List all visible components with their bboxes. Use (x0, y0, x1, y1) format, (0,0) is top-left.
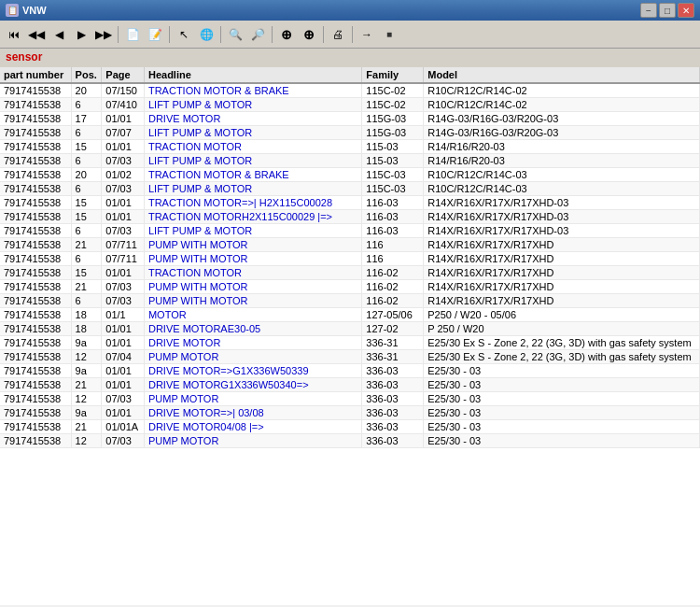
headline-link[interactable]: TRACTION MOTOR (148, 141, 242, 152)
cell-headline[interactable]: TRACTION MOTOR (144, 266, 361, 280)
table-row[interactable]: 79174155381207/04PUMP MOTOR336-31E25/30 … (0, 350, 700, 364)
cell-headline[interactable]: TRACTION MOTOR (144, 140, 361, 154)
headline-link[interactable]: DRIVE MOTORG1X336W50340=> (148, 379, 309, 390)
target1-button[interactable]: ⊕ (276, 24, 297, 45)
table-row[interactable]: 79174155381501/01TRACTION MOTOR=>| H2X11… (0, 196, 700, 210)
cell-headline[interactable]: DRIVE MOTOR=>| 03/08 (144, 406, 361, 420)
headline-link[interactable]: DRIVE MOTOR=>| 03/08 (148, 407, 264, 418)
cell-headline[interactable]: DRIVE MOTOR=>G1X336W50339 (144, 364, 361, 378)
headline-link[interactable]: TRACTION MOTOR (148, 267, 242, 278)
table-row[interactable]: 79174155381207/03PUMP MOTOR336-03E25/30 … (0, 392, 700, 406)
table-row[interactable]: 7917415538607/711PUMP WITH MOTOR116R14X/… (0, 252, 700, 266)
table-row[interactable]: 79174155381801/1MOTOR127-05/06P250 / W20… (0, 308, 700, 322)
table-row[interactable]: 79174155382007/150TRACTION MOTOR & BRAKE… (0, 83, 700, 98)
cell-headline[interactable]: DRIVE MOTOR (144, 336, 361, 350)
cell-headline[interactable]: LIFT PUMP & MOTOR (144, 98, 361, 112)
cell-headline[interactable]: LIFT PUMP & MOTOR (144, 224, 361, 238)
headline-link[interactable]: LIFT PUMP & MOTOR (148, 127, 252, 138)
table-row[interactable]: 79174155382107/711PUMP WITH MOTOR116R14X… (0, 238, 700, 252)
headline-link[interactable]: DRIVE MOTOR (148, 113, 220, 124)
headline-link[interactable]: PUMP WITH MOTOR (148, 239, 248, 250)
prev-prev-button[interactable]: ◀◀ (26, 24, 47, 45)
headline-link[interactable]: PUMP WITH MOTOR (148, 281, 248, 292)
table-row[interactable]: 79174155381801/01DRIVE MOTORAE30-05127-0… (0, 322, 700, 336)
cell-headline[interactable]: LIFT PUMP & MOTOR (144, 126, 361, 140)
table-row[interactable]: 7917415538607/07LIFT PUMP & MOTOR115G-03… (0, 126, 700, 140)
next-button[interactable]: ▶ (71, 24, 91, 45)
cell-headline[interactable]: DRIVE MOTORAE30-05 (144, 322, 361, 336)
table-row[interactable]: 79174155381501/01TRACTION MOTOR115-03R14… (0, 140, 700, 154)
app-title: VNW (22, 5, 47, 16)
table-row[interactable]: 79174155382101/01ADRIVE MOTOR04/08 |=>33… (0, 420, 700, 434)
cell-headline[interactable]: DRIVE MOTOR04/08 |=> (144, 420, 361, 434)
next-next-button[interactable]: ▶▶ (93, 24, 114, 45)
headline-link[interactable]: TRACTION MOTORH2X115C00029 |=> (148, 211, 332, 222)
table-row[interactable]: 79174155381501/01TRACTION MOTORH2X115C00… (0, 210, 700, 224)
maximize-button[interactable]: □ (659, 3, 676, 18)
cell-headline[interactable]: DRIVE MOTOR (144, 112, 361, 126)
cell-headline[interactable]: LIFT PUMP & MOTOR (144, 154, 361, 168)
headline-link[interactable]: DRIVE MOTOR (148, 337, 220, 348)
headline-link[interactable]: PUMP MOTOR (148, 351, 218, 362)
doc1-button[interactable]: 📄 (122, 24, 143, 45)
headline-link[interactable]: MOTOR (148, 309, 187, 320)
cell-headline[interactable]: TRACTION MOTOR & BRAKE (144, 83, 361, 98)
headline-link[interactable]: PUMP MOTOR (148, 435, 218, 446)
headline-link[interactable]: LIFT PUMP & MOTOR (148, 99, 252, 110)
table-row[interactable]: 7917415538607/03LIFT PUMP & MOTOR115-03R… (0, 154, 700, 168)
headline-link[interactable]: TRACTION MOTOR & BRAKE (148, 169, 289, 180)
table-row[interactable]: 7917415538607/03LIFT PUMP & MOTOR116-03R… (0, 224, 700, 238)
cell-headline[interactable]: TRACTION MOTOR=>| H2X115C00028 (144, 196, 361, 210)
stop-button[interactable]: ■ (379, 24, 399, 45)
cell-headline[interactable]: DRIVE MOTORG1X336W50340=> (144, 378, 361, 392)
cell-headline[interactable]: PUMP WITH MOTOR (144, 238, 361, 252)
first-button[interactable]: ⏮ (4, 24, 24, 45)
table-row[interactable]: 79174155381207/03PUMP MOTOR336-03E25/30 … (0, 434, 700, 448)
table-row[interactable]: 79174155381701/01DRIVE MOTOR115G-03R14G-… (0, 112, 700, 126)
table-row[interactable]: 79174155382101/01DRIVE MOTORG1X336W50340… (0, 378, 700, 392)
arrow2-button[interactable]: → (357, 24, 377, 45)
print-button[interactable]: 🖨 (328, 24, 348, 45)
cell-headline[interactable]: PUMP MOTOR (144, 434, 361, 448)
headline-link[interactable]: LIFT PUMP & MOTOR (148, 183, 252, 194)
cell-headline[interactable]: PUMP WITH MOTOR (144, 252, 361, 266)
zoom-in-button[interactable]: 🔍 (225, 24, 245, 45)
close-button[interactable]: ✕ (678, 3, 694, 18)
headline-link[interactable]: DRIVE MOTOR=>G1X336W50339 (148, 365, 309, 376)
table-row[interactable]: 79174155381501/01TRACTION MOTOR116-02R14… (0, 266, 700, 280)
prev-button[interactable]: ◀ (49, 24, 69, 45)
headline-link[interactable]: DRIVE MOTOR04/08 |=> (148, 421, 264, 432)
headline-link[interactable]: TRACTION MOTOR & BRAKE (148, 85, 289, 96)
headline-link[interactable]: PUMP WITH MOTOR (148, 295, 248, 306)
cell-headline[interactable]: TRACTION MOTOR & BRAKE (144, 168, 361, 182)
target2-button[interactable]: ⊕ (299, 24, 319, 45)
separator-2 (169, 26, 170, 43)
headline-link[interactable]: DRIVE MOTORAE30-05 (148, 323, 260, 334)
globe-button[interactable]: 🌐 (196, 24, 217, 45)
cell-headline[interactable]: PUMP WITH MOTOR (144, 294, 361, 308)
headline-link[interactable]: PUMP WITH MOTOR (148, 253, 248, 264)
table-row[interactable]: 7917415538607/410LIFT PUMP & MOTOR115C-0… (0, 98, 700, 112)
headline-link[interactable]: LIFT PUMP & MOTOR (148, 225, 252, 236)
headline-link[interactable]: LIFT PUMP & MOTOR (148, 155, 252, 166)
cell-headline[interactable]: LIFT PUMP & MOTOR (144, 182, 361, 196)
table-row[interactable]: 79174155382001/02TRACTION MOTOR & BRAKE1… (0, 168, 700, 182)
doc2-button[interactable]: 📝 (145, 24, 165, 45)
cell-headline[interactable]: PUMP MOTOR (144, 350, 361, 364)
table-row[interactable]: 7917415538607/03LIFT PUMP & MOTOR115C-03… (0, 182, 700, 196)
zoom-out-button[interactable]: 🔎 (247, 24, 268, 45)
headline-link[interactable]: PUMP MOTOR (148, 393, 218, 404)
table-row[interactable]: 79174155389a01/01DRIVE MOTOR336-31E25/30… (0, 336, 700, 350)
cell-headline[interactable]: PUMP WITH MOTOR (144, 280, 361, 294)
cell-headline[interactable]: TRACTION MOTORH2X115C00029 |=> (144, 210, 361, 224)
table-row[interactable]: 7917415538607/03PUMP WITH MOTOR116-02R14… (0, 294, 700, 308)
cell-headline[interactable]: PUMP MOTOR (144, 392, 361, 406)
results-table-container[interactable]: part number Pos. Page Headline Family Mo… (0, 67, 700, 605)
minimize-button[interactable]: − (640, 3, 657, 18)
table-row[interactable]: 79174155389a01/01DRIVE MOTOR=>G1X336W503… (0, 364, 700, 378)
table-row[interactable]: 79174155389a01/01DRIVE MOTOR=>| 03/08336… (0, 406, 700, 420)
cell-headline[interactable]: MOTOR (144, 308, 361, 322)
table-row[interactable]: 79174155382107/03PUMP WITH MOTOR116-02R1… (0, 280, 700, 294)
headline-link[interactable]: TRACTION MOTOR=>| H2X115C00028 (148, 197, 332, 208)
arrow-button[interactable]: ↖ (174, 24, 194, 45)
